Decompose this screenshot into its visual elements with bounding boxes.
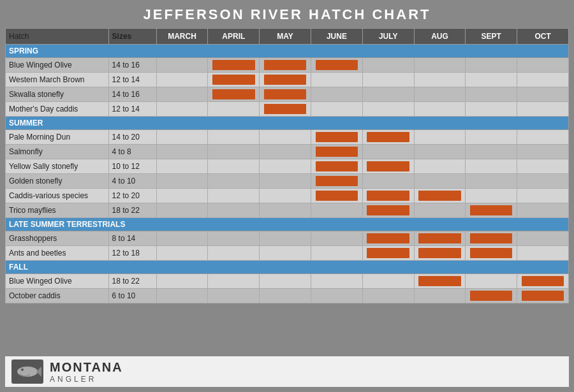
month-cell-april [208,159,260,174]
table-body: SPRINGBlue Winged Olive14 to 16Western M… [6,45,569,303]
activity-bar [470,248,512,258]
month-cell-oct [517,145,569,159]
month-cell-oct [517,102,569,117]
hatch-name: Trico mayflies [6,203,109,218]
hatch-sizes: 18 to 22 [108,274,156,289]
hatch-name: Skwalla stonefly [6,87,109,102]
activity-bar [367,205,409,215]
month-cell-june [311,231,363,246]
table-row: Blue Winged Olive14 to 16 [6,58,569,73]
hatch-sizes: 18 to 22 [108,203,156,218]
month-cell-june [311,73,363,87]
activity-bar [470,205,512,215]
month-cell-july [362,130,414,145]
month-cell-june [311,87,363,102]
month-cell-july [362,289,414,303]
month-cell-sept [466,246,517,261]
col-header-june: JUNE [311,29,363,45]
activity-bar [418,233,460,243]
page-title: JEFFERSON RIVER HATCH CHART [144,6,431,23]
hatch-sizes: 12 to 20 [108,189,156,203]
month-cell-aug [414,73,466,87]
table-row: Salmonfly4 to 8 [6,145,569,159]
month-cell-sept [466,73,517,87]
header-row: Hatch Sizes MARCH APRIL MAY JUNE JULY AU… [6,29,569,45]
month-cell-july [362,174,414,189]
table-row: Grasshoppers8 to 14 [6,231,569,246]
month-cell-march [156,73,208,87]
col-header-sept: SEPT [466,29,517,45]
activity-bar [316,132,358,142]
table-wrapper: Hatch Sizes MARCH APRIL MAY JUNE JULY AU… [5,28,569,355]
month-cell-aug [414,203,466,218]
hatch-sizes: 8 to 14 [108,231,156,246]
hatch-sizes: 10 to 12 [108,159,156,174]
hatch-sizes: 14 to 16 [108,87,156,102]
month-cell-may [260,203,311,218]
month-cell-march [156,58,208,73]
month-cell-june [311,246,363,261]
month-cell-aug [414,246,466,261]
section-header-3: FALL [6,261,569,274]
month-cell-march [156,130,208,145]
month-cell-july [362,189,414,203]
table-row: Mother's Day caddis12 to 14 [6,102,569,117]
month-cell-sept [466,274,517,289]
month-cell-july [362,145,414,159]
activity-bar [212,75,254,85]
activity-bar [367,248,409,258]
month-cell-sept [466,231,517,246]
col-header-oct: OCT [517,29,569,45]
month-cell-sept [466,189,517,203]
month-cell-april [208,130,260,145]
activity-bar [522,291,564,301]
hatch-sizes: 14 to 16 [108,58,156,73]
activity-bar [418,248,460,258]
month-cell-july [362,274,414,289]
month-cell-june [311,174,363,189]
month-cell-may [260,289,311,303]
table-row: Ants and beetles12 to 18 [6,246,569,261]
activity-bar [470,291,512,301]
page-container: JEFFERSON RIVER HATCH CHART Hatch Sizes … [0,0,574,392]
month-cell-april [208,87,260,102]
col-header-april: APRIL [208,29,260,45]
month-cell-oct [517,130,569,145]
hatch-name: Yellow Sally stonefly [6,159,109,174]
hatch-name: Blue Winged Olive [6,58,109,73]
month-cell-july [362,203,414,218]
table-row: Blue Winged Olive18 to 22 [6,274,569,289]
month-cell-may [260,246,311,261]
month-cell-april [208,58,260,73]
hatch-sizes: 12 to 14 [108,73,156,87]
month-cell-aug [414,174,466,189]
col-header-hatch: Hatch [6,29,109,45]
month-cell-april [208,189,260,203]
month-cell-june [311,189,363,203]
month-cell-march [156,102,208,117]
table-row: October caddis6 to 10 [6,289,569,303]
section-label-2: LATE SUMMER TERRESTRIALS [6,218,569,231]
hatch-name: Salmonfly [6,145,109,159]
month-cell-sept [466,159,517,174]
month-cell-oct [517,246,569,261]
month-cell-oct [517,87,569,102]
month-cell-april [208,246,260,261]
month-cell-june [311,159,363,174]
hatch-name: October caddis [6,289,109,303]
month-cell-sept [466,289,517,303]
month-cell-sept [466,145,517,159]
month-cell-march [156,231,208,246]
table-row: Pale Morning Dun14 to 20 [6,130,569,145]
month-cell-may [260,73,311,87]
svg-point-2 [21,368,24,371]
month-cell-oct [517,289,569,303]
activity-bar [212,89,254,99]
section-label-3: FALL [6,261,569,274]
hatch-sizes: 6 to 10 [108,289,156,303]
month-cell-sept [466,130,517,145]
month-cell-aug [414,159,466,174]
month-cell-oct [517,58,569,73]
activity-bar [367,233,409,243]
month-cell-aug [414,58,466,73]
